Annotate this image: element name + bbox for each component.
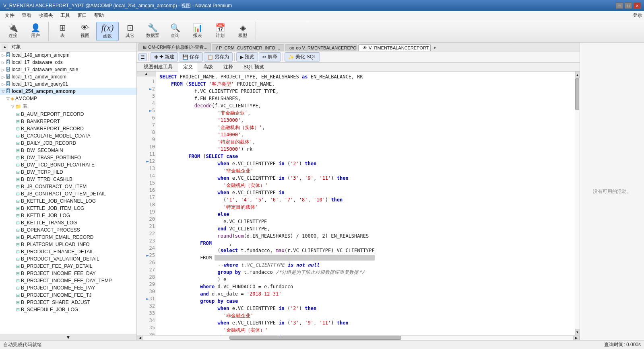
view-tab-creator[interactable]: 视图创建工具 [138,62,178,72]
tree-arrow-conn4: ▷ [2,75,5,79]
tab-0[interactable]: ⊞ OM-CRM客户信息维护-查看... [138,43,211,51]
tree-item-t12[interactable]: ⊞B_JB_CONTRACT_OM_ITEM_DETAIL [0,190,136,197]
editor-preview-btn[interactable]: ▶ 预览 [236,52,258,62]
sql-line: group by case [159,298,572,305]
sidebar-scroll-up[interactable]: ▲ [2,44,8,50]
tree-item-t8[interactable]: ⊞B_DW_TCD_BOND_FLOATRATE [0,161,136,168]
tree-item-t3[interactable]: ⊞B_BANKREPORT_RECORD [0,125,136,132]
tree-item-t14[interactable]: ⊞B_KETTLE_JOB_ITEM_LOG [0,205,136,212]
vscroll-down-btn[interactable]: ▼ [575,329,580,335]
hscroll-left-btn[interactable]: ◀ [137,336,143,341]
menu-help[interactable]: 帮助 [91,11,107,20]
toolbar-query-btn[interactable]: 🔍 查询 [164,22,186,41]
toolbar-schedule-btn[interactable]: 📅 计划 [209,22,231,41]
tab-1[interactable]: f P_CRM_CUSTOMER_INFO ... [212,44,284,51]
tree-item-conn6[interactable]: ▽ 🗄 local_254_amcpm_amcomp [0,88,136,95]
sql-line: round(sum(d.EN_REALSHARES) / 10000, 2) E… [159,232,572,240]
menu-tools[interactable]: 工具 [57,11,73,20]
tab-3[interactable]: 👁 V_RMENTBALANCEREPORT... ✕ [358,44,431,51]
tree-item-t23[interactable]: ⊞B_PROJECT_INCOME_FEE_DAY [0,270,136,277]
sql-editor[interactable]: SELECT PROJECT_NAME, PROJECT_TYPE, EN_RE… [156,72,575,335]
sql-line: FROM (SELECT '客户类型' PROJECT_NAME, [159,80,572,88]
tree-item-t4[interactable]: ⊞B_CACULATE_MODEL_CDATA [0,132,136,140]
toolbar-connect-btn[interactable]: 🔌 连接 [2,22,24,41]
menu-view[interactable]: 查看 [19,11,35,20]
hscroll-right-btn[interactable]: ▶ [573,336,580,341]
title-bar-controls[interactable]: ─ □ ✕ [616,2,641,9]
view-tab-comment[interactable]: 注释 [218,62,238,72]
tree-item-t27[interactable]: ⊞B_PROJECT_SHARE_ADJUST [0,299,136,306]
tree-item-conn4[interactable]: ▷ 🗄 local_171_amdw_amcom [0,73,136,80]
tree-item-t28[interactable]: ⊞B_SCHEDULE_JOB_LOG [0,306,136,313]
vscroll-up-btn[interactable]: ▲ [575,72,580,78]
tree-item-tables-folder[interactable]: ▽ 📁 表 [0,102,136,111]
tree-item-t5[interactable]: ⊞B_DAILY_JOB_RECORD [0,140,136,147]
maximize-btn[interactable]: □ [625,2,632,9]
tree-item-t17[interactable]: ⊞B_OPENACCT_PROCESS [0,226,136,234]
tree-item-t6[interactable]: ⊞B_DW_SECDMAIN [0,147,136,154]
vscroll-thumb[interactable] [575,78,579,110]
table-icon: ⊞ [59,24,66,32]
connection-icon-5: 🗄 [6,81,10,87]
sql-line: e.VC_CLIENTTYPE [159,218,572,225]
tree-item-conn1[interactable]: ▷ 🗄 local_149_amcpm_amcpm [0,51,136,59]
sql-line: else [159,211,572,218]
sql-line: ('1', '4', '5', '6', '7', '8', '10') the… [159,196,572,203]
tree-item-t10[interactable]: ⊞B_DW_TTRD_CASHLB [0,176,136,183]
tree-item-t1[interactable]: ⊞B_AUM_REPORT_RECORD [0,111,136,118]
tree-item-t26[interactable]: ⊞B_PROJECT_INCOME_FEE_TJ [0,292,136,299]
tree-item-t15[interactable]: ⊞B_KETTLE_JOB_LOG [0,212,136,219]
toolbar-user-btn[interactable]: 👤 用户 [24,22,47,41]
toolbar-function-btn[interactable]: f(x) 函数 [96,22,119,41]
tree-item-t13[interactable]: ⊞B_KETTLE_JOB_CHANNEL_LOG [0,197,136,205]
tree-item-t9[interactable]: ⊞B_DW_TCRP_HLD [0,168,136,176]
tree-item-t16[interactable]: ⊞B_KETTLE_TRANS_LOG [0,219,136,226]
editor-beautify-btn[interactable]: ✨ 美化 SQL [285,52,320,62]
editor-new-btn[interactable]: ✚ ✚ 新建 [151,52,178,62]
hscroll-thumb[interactable] [229,336,401,340]
tree-item-t19[interactable]: ⊞B_PLATFORM_UPLOAD_INFO [0,241,136,248]
minimize-btn[interactable]: ─ [616,2,623,9]
editor-save-btn[interactable]: 💾 保存 [179,52,203,62]
menu-file[interactable]: 文件 [2,11,18,20]
gutter-scroll-up[interactable]: ▲ [137,72,156,76]
tab-2[interactable]: oo oo V_RMENTBALANCEREPORT... [285,44,357,51]
table-icon-t12: ⊞ [16,191,20,197]
tree-item-conn3[interactable]: ▷ 🗄 local_17_dataware_xedm_sale [0,66,136,73]
tree-item-t21[interactable]: ⊞B_PRODUCT_VALUATION_DETAIL [0,255,136,263]
tree-item-t22[interactable]: ⊞B_PROJECT_FEE_PAY_DETAIL [0,263,136,270]
tab-add-btn[interactable]: ▸ [431,44,439,51]
view-tab-advanced[interactable]: 高级 [198,62,218,72]
view-tab-sqlpreview[interactable]: SQL 预览 [238,62,269,72]
tree-item-t24[interactable]: ⊞B_PROJECT_INCOME_FEE_DAY_TEMP [0,277,136,284]
table-icon-t4: ⊞ [16,133,20,139]
toolbar-model-btn[interactable]: ◈ 模型 [231,22,254,41]
toolbar-other-btn[interactable]: ⊡ 其它 [119,22,141,41]
sql-line: and d.vc_date = '2018-12-31' [159,290,572,298]
tree-item-t7[interactable]: ⊞B_DW_TBASE_PORTINFO [0,154,136,161]
tree-item-t25[interactable]: ⊞B_PROJECT_INCOME_FEE_PAY [0,284,136,292]
hscroll-track[interactable] [143,336,573,340]
editor-menu-btn[interactable]: ☰ [138,53,147,61]
tree-item-schema1[interactable]: ▽ ◈ AMCOMP [0,95,136,102]
editor-explain-btn[interactable]: ✂ 解释 [259,52,281,62]
menu-favorites[interactable]: 收藏夹 [35,11,56,20]
tree-item-t18[interactable]: ⊞B_PLATFORM_EMAIL_RECORD [0,234,136,241]
menu-window[interactable]: 窗口 [74,11,90,20]
toolbar-view-btn[interactable]: 👁 视图 [74,22,96,41]
tree-item-conn5[interactable]: ▷ 🗄 local_171_amdw_query01 [0,80,136,88]
login-label[interactable]: 登录 [633,12,642,19]
tree-item-conn2[interactable]: ▷ 🗄 local_17_dataware_ods [0,59,136,66]
sql-line: --where t.VC_CLIENTTYPE is not null [159,261,572,269]
close-btn[interactable]: ✕ [634,2,641,9]
sidebar-scroll-down[interactable]: ▼ [0,334,136,340]
toolbar-table-btn[interactable]: ⊞ 表 [51,22,74,41]
tree-item-t20[interactable]: ⊞B_PRODUCT_FINANCE_DETAIL [0,248,136,255]
tree-item-t11[interactable]: ⊞B_JB_CONTRACT_OM_ITEM [0,183,136,190]
tree-item-t2[interactable]: ⊞B_BANKREPORT [0,118,136,125]
view-tab-definition[interactable]: 定义 [178,62,198,72]
vscroll-track[interactable] [575,78,580,329]
editor-saveas-btn[interactable]: 📋 另存为 [204,52,233,62]
toolbar-report-btn[interactable]: 📊 报表 [186,22,209,41]
toolbar-datapump-btn[interactable]: 🔧 数据泵 [141,22,164,41]
